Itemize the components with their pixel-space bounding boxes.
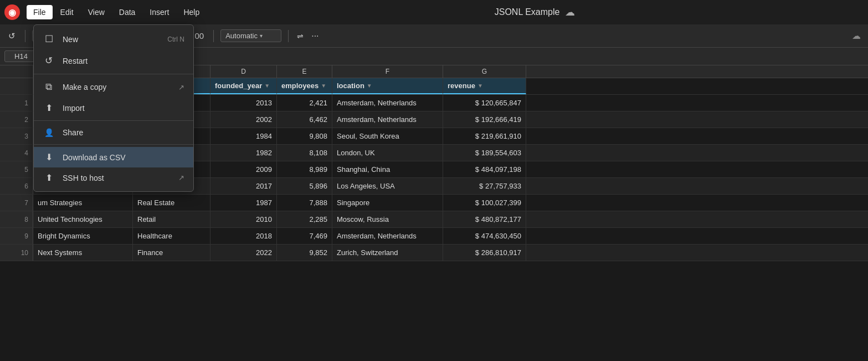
cell-e[interactable]: 8,989 [277, 161, 332, 177]
cell-d[interactable]: 1982 [210, 145, 277, 161]
cell-f[interactable]: Amsterdam, Netherlands [332, 95, 443, 111]
col-header-f[interactable]: F [332, 65, 443, 78]
cell-c[interactable]: Healthcare [133, 228, 210, 244]
cell-e[interactable]: 5,896 [277, 178, 332, 194]
cell-b[interactable]: United Technologies [33, 211, 133, 227]
cell-g[interactable]: $ 192,666,419 [443, 111, 526, 128]
filter-icon-f[interactable]: ▼ [367, 83, 372, 89]
import-label: Import [63, 104, 184, 113]
copy-label: Make a copy [63, 83, 168, 91]
menu-item-restart[interactable]: ↺ Restart [34, 50, 193, 72]
cell-ref-input[interactable]: H14 [4, 50, 38, 62]
menu-item-import[interactable]: ⬆ Import [34, 98, 193, 118]
cell-g[interactable]: $ 474,630,450 [443, 228, 526, 244]
cell-d[interactable]: 1987 [210, 195, 277, 211]
cell-f[interactable]: Shanghai, China [332, 161, 443, 177]
menu-item-new[interactable]: ☐ New Ctrl N [34, 28, 193, 50]
cell-d[interactable]: 2022 [210, 245, 277, 261]
cell-g[interactable]: $ 219,661,910 [443, 128, 526, 144]
col-header-d[interactable]: D [210, 65, 277, 78]
menu-item-download[interactable]: ⬇ Download as CSV [34, 147, 193, 167]
cell-e[interactable]: 7,469 [277, 228, 332, 244]
cell-d[interactable]: 2010 [210, 211, 277, 227]
cell-b[interactable]: Next Systems [33, 245, 133, 261]
cell-e[interactable]: 2,421 [277, 95, 332, 111]
cell-g[interactable]: $ 480,872,177 [443, 211, 526, 227]
cell-e-header[interactable]: employees ▼ [277, 78, 332, 94]
cell-d[interactable]: 1984 [210, 128, 277, 144]
filter-icon-d[interactable]: ▼ [264, 83, 270, 89]
cell-g[interactable]: $ 27,757,933 [443, 178, 526, 194]
col-header-g[interactable]: G [443, 65, 526, 78]
cell-f-header[interactable]: location ▼ [332, 78, 443, 94]
cell-g[interactable]: $ 286,810,917 [443, 245, 526, 261]
ssh-external-icon: ↗ [178, 174, 184, 182]
menu-edit[interactable]: Edit [54, 5, 80, 19]
cell-e[interactable]: 6,462 [277, 111, 332, 128]
cloud-icon: ☁ [565, 6, 575, 18]
cell-e[interactable]: 8,108 [277, 145, 332, 161]
toolbar-sep-5 [288, 30, 289, 42]
undo-button[interactable]: ↺ [6, 29, 18, 43]
filter-icon-g[interactable]: ▼ [477, 83, 483, 89]
menu-item-ssh[interactable]: ⬆ SSH to host ↗ [34, 167, 193, 188]
cell-f[interactable]: Amsterdam, Netherlands [332, 111, 443, 128]
cell-c[interactable]: Real Estate [133, 195, 210, 211]
col-header-e[interactable]: E [277, 65, 332, 78]
cell-f[interactable]: Seoul, South Korea [332, 128, 443, 144]
format-label: Automatic [225, 32, 258, 40]
cell-g-header[interactable]: revenue ▼ [443, 78, 526, 94]
file-dropdown: ☐ New Ctrl N ↺ Restart ⧉ Make a copy ↗ ⬆… [33, 24, 194, 192]
cell-e[interactable]: 2,285 [277, 211, 332, 227]
cell-d[interactable]: 2013 [210, 95, 277, 111]
download-icon: ⬇ [43, 152, 55, 162]
cell-c[interactable]: Finance [133, 245, 210, 261]
cell-g[interactable]: $ 100,027,399 [443, 195, 526, 211]
format-select[interactable]: Automatic ▾ [220, 29, 281, 42]
cell-b[interactable]: Bright Dynamics [33, 228, 133, 244]
cell-d[interactable]: 2009 [210, 161, 277, 177]
row-num: 1 [0, 95, 33, 111]
cell-e[interactable]: 9,808 [277, 128, 332, 144]
menu-file[interactable]: File [27, 5, 53, 19]
cell-e[interactable]: 7,888 [277, 195, 332, 211]
toolbar-sep-4 [213, 30, 214, 42]
more-button[interactable]: ··· [310, 29, 320, 43]
cell-d-header[interactable]: founded_year ▼ [210, 78, 277, 94]
share-icon: 👤 [43, 128, 55, 137]
cell-e[interactable]: 9,852 [277, 245, 332, 261]
table-row: 9 Bright Dynamics Healthcare 2018 7,469 … [0, 228, 868, 245]
row-num: 10 [0, 245, 33, 261]
row-num: 9 [0, 228, 33, 244]
cell-f[interactable]: Zurich, Switzerland [332, 245, 443, 261]
cell-g[interactable]: $ 484,097,198 [443, 161, 526, 177]
cell-f[interactable]: Los Angeles, USA [332, 178, 443, 194]
cloud-sync-icon[interactable]: ☁ [850, 29, 862, 43]
cell-d[interactable]: 2002 [210, 111, 277, 128]
row-num: 5 [0, 161, 33, 177]
copy-external-icon: ↗ [178, 83, 184, 91]
restart-label: Restart [63, 57, 184, 65]
menu-view[interactable]: View [81, 5, 111, 19]
cell-g[interactable]: $ 189,554,603 [443, 145, 526, 161]
cell-f[interactable]: Moscow, Russia [332, 211, 443, 227]
cell-f[interactable]: Amsterdam, Netherlands [332, 228, 443, 244]
cell-c[interactable]: Retail [133, 211, 210, 227]
document-title: JSONL Example [495, 7, 560, 17]
menu-bar: ◉ File Edit View Data Insert Help JSONL … [0, 0, 868, 24]
menu-help[interactable]: Help [177, 5, 206, 19]
cell-f[interactable]: Singapore [332, 195, 443, 211]
cell-f[interactable]: London, UK [332, 145, 443, 161]
separator-1 [34, 74, 193, 74]
cell-b[interactable]: um Strategies [33, 195, 133, 211]
cell-d[interactable]: 2018 [210, 228, 277, 244]
cell-d[interactable]: 2017 [210, 178, 277, 194]
cell-g[interactable]: $ 120,665,847 [443, 95, 526, 111]
menu-item-share[interactable]: 👤 Share [34, 123, 193, 142]
wrap-button[interactable]: ⇌ [295, 30, 305, 42]
menu-item-copy[interactable]: ⧉ Make a copy ↗ [34, 77, 193, 98]
menu-data[interactable]: Data [112, 5, 142, 19]
filter-icon-e[interactable]: ▼ [321, 83, 326, 89]
menu-insert[interactable]: Insert [143, 5, 176, 19]
field-d: founded_year [215, 82, 262, 90]
